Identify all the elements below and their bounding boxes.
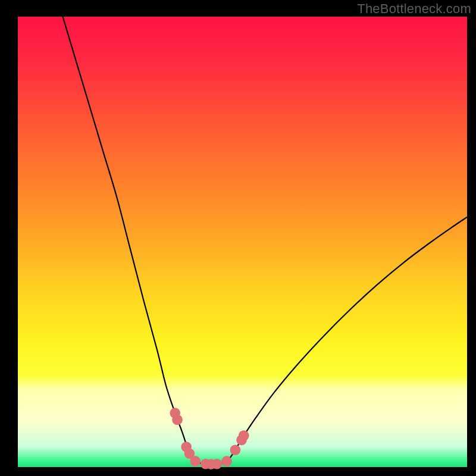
curve-marker	[221, 456, 232, 466]
watermark-text: TheBottleneck.com	[357, 1, 471, 17]
chart-frame: TheBottleneck.com	[0, 0, 476, 476]
curve-marker	[230, 444, 241, 455]
curve-marker	[190, 456, 201, 466]
bottleneck-chart	[0, 0, 476, 476]
curve-marker	[239, 430, 249, 441]
plot-background	[18, 17, 467, 467]
curve-marker	[172, 415, 183, 425]
curve-marker	[212, 459, 223, 469]
